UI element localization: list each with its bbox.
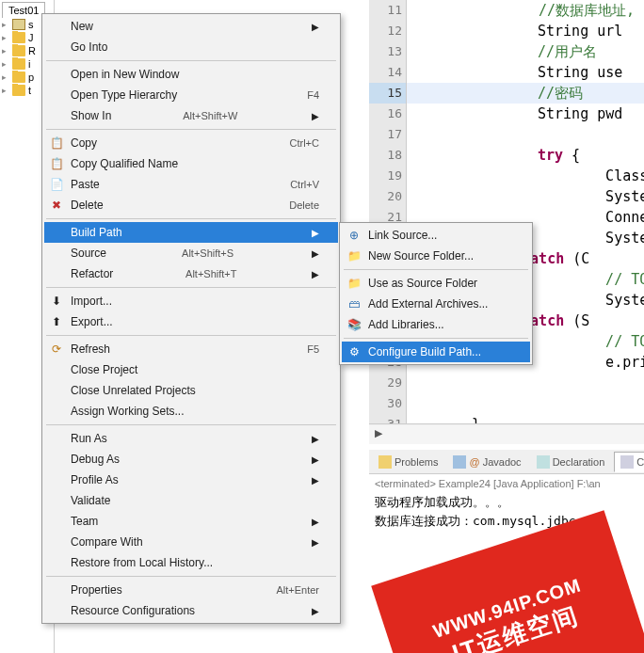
buildpath-submenu: ⊕Link Source... 📁New Source Folder... 📁U… xyxy=(339,222,533,365)
copy-qualified-icon: 📋 xyxy=(49,156,64,171)
menu-separator xyxy=(46,424,336,425)
declaration-icon xyxy=(537,455,550,469)
folder-icon xyxy=(12,58,25,70)
archive-icon: 🗃 xyxy=(346,296,362,311)
code-line xyxy=(407,124,644,145)
menu-run-as[interactable]: Run As▶ xyxy=(44,428,338,449)
code-line: //用户名 xyxy=(407,41,644,62)
copy-icon: 📋 xyxy=(49,135,64,151)
line-number: 11 xyxy=(369,0,406,21)
menu-separator xyxy=(46,287,336,288)
menu-profile-as[interactable]: Profile As▶ xyxy=(44,470,338,490)
context-menu: New▶ Go Into Open in New Window Open Typ… xyxy=(41,13,341,624)
menu-validate[interactable]: Validate xyxy=(44,490,338,511)
menu-show-in[interactable]: Show InAlt+Shift+W ▶ xyxy=(44,105,338,126)
console-output-line: 驱动程序加载成功。。。 xyxy=(375,493,638,512)
menu-open-type-hierarchy[interactable]: Open Type HierarchyF4 xyxy=(44,85,338,105)
menu-add-libraries[interactable]: 📚Add Libraries... xyxy=(342,314,530,335)
paste-icon: 📄 xyxy=(49,177,64,192)
code-line: String pwd xyxy=(407,104,644,124)
tab-console[interactable]: Cons xyxy=(614,452,644,472)
menu-separator xyxy=(46,335,336,336)
tab-declaration[interactable]: Declaration xyxy=(531,453,611,471)
code-line: Class. xyxy=(407,166,644,186)
folder-icon xyxy=(12,32,25,43)
configure-icon: ⚙ xyxy=(346,344,362,359)
menu-separator xyxy=(344,338,528,339)
menu-new-source-folder[interactable]: 📁New Source Folder... xyxy=(342,246,530,266)
breadcrumb[interactable]: ▶ xyxy=(369,425,644,444)
menu-add-external-archives[interactable]: 🗃Add External Archives... xyxy=(342,294,530,314)
menu-separator xyxy=(344,269,528,270)
line-number: 14 xyxy=(369,62,406,83)
line-number: 17 xyxy=(369,124,406,145)
folder-icon xyxy=(12,72,25,83)
menu-compare-with[interactable]: Compare With▶ xyxy=(44,532,338,552)
menu-separator xyxy=(46,129,336,130)
console-title: <terminated> Example24 [Java Application… xyxy=(375,478,638,489)
tab-javadoc[interactable]: @ Javadoc xyxy=(447,453,526,471)
export-icon: ⬆ xyxy=(49,314,64,329)
menu-team[interactable]: Team▶ xyxy=(44,511,338,532)
folder-icon xyxy=(12,85,25,96)
menu-separator xyxy=(46,60,336,61)
line-number: 16 xyxy=(369,104,406,124)
code-line: System xyxy=(407,186,644,207)
menu-properties[interactable]: PropertiesAlt+Enter xyxy=(44,580,338,600)
menu-separator xyxy=(46,576,336,577)
menu-source[interactable]: SourceAlt+Shift+S ▶ xyxy=(44,243,338,263)
menu-refresh[interactable]: ⟳RefreshF5 xyxy=(44,339,338,359)
code-line: } xyxy=(407,414,644,423)
package-icon xyxy=(12,19,25,30)
refresh-icon: ⟳ xyxy=(49,342,64,357)
delete-icon: ✖ xyxy=(49,198,64,213)
menu-refactor[interactable]: RefactorAlt+Shift+T ▶ xyxy=(44,263,338,284)
line-number: 15 xyxy=(369,83,406,104)
menu-copy[interactable]: 📋CopyCtrl+C xyxy=(44,133,338,153)
menu-delete[interactable]: ✖DeleteDelete xyxy=(44,195,338,215)
code-line: String use xyxy=(407,62,644,83)
menu-use-as-source-folder[interactable]: 📁Use as Source Folder xyxy=(342,273,530,294)
menu-link-source[interactable]: ⊕Link Source... xyxy=(342,225,530,246)
line-number: 18 xyxy=(369,145,406,166)
menu-open-new-window[interactable]: Open in New Window xyxy=(44,64,338,85)
menu-import[interactable]: ⬇Import... xyxy=(44,291,338,311)
menu-export[interactable]: ⬆Export... xyxy=(44,311,338,332)
views-tabbar: Problems @ Javadoc Declaration Cons xyxy=(369,450,644,474)
tab-problems[interactable]: Problems xyxy=(373,453,443,471)
link-source-icon: ⊕ xyxy=(346,228,362,243)
problems-icon xyxy=(378,455,392,469)
menu-new[interactable]: New▶ xyxy=(44,16,338,37)
line-number: 19 xyxy=(369,166,406,186)
code-line: String url xyxy=(407,21,644,41)
code-line xyxy=(407,393,644,414)
code-line: //数据库地址, xyxy=(407,0,644,21)
menu-close-unrelated[interactable]: Close Unrelated Projects xyxy=(44,380,338,401)
menu-configure-build-path[interactable]: ⚙Configure Build Path... xyxy=(342,342,530,362)
menu-copy-qualified[interactable]: 📋Copy Qualified Name xyxy=(44,153,338,174)
javadoc-icon xyxy=(453,455,466,469)
menu-build-path[interactable]: Build Path▶ xyxy=(44,222,338,243)
code-line: //密码 xyxy=(407,83,644,104)
line-number: 13 xyxy=(369,41,406,62)
console-icon xyxy=(620,455,634,469)
menu-debug-as[interactable]: Debug As▶ xyxy=(44,449,338,470)
code-line xyxy=(407,373,644,393)
line-number: 30 xyxy=(369,393,406,414)
source-folder-icon: 📁 xyxy=(346,276,362,291)
menu-assign-working-sets[interactable]: Assign Working Sets... xyxy=(44,401,338,422)
folder-icon xyxy=(12,45,25,56)
library-icon: 📚 xyxy=(346,317,362,332)
menu-go-into[interactable]: Go Into xyxy=(44,37,338,57)
new-source-folder-icon: 📁 xyxy=(346,248,362,263)
code-line: try { xyxy=(407,145,644,166)
explorer-tab[interactable]: Test01 xyxy=(2,2,45,18)
import-icon: ⬇ xyxy=(49,294,64,309)
menu-paste[interactable]: 📄PasteCtrl+V xyxy=(44,174,338,195)
menu-close-project[interactable]: Close Project xyxy=(44,359,338,380)
line-number: 12 xyxy=(369,21,406,41)
menu-separator xyxy=(46,218,336,219)
menu-resource-config[interactable]: Resource Configurations▶ xyxy=(44,600,338,621)
line-number: 20 xyxy=(369,186,406,207)
menu-restore[interactable]: Restore from Local History... xyxy=(44,552,338,573)
